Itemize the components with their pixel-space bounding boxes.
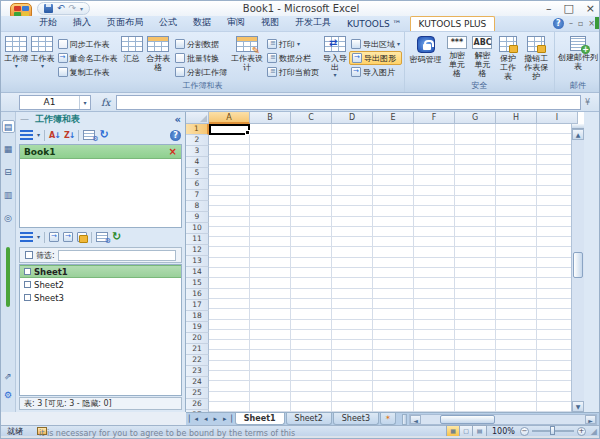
sheet-checkbox[interactable]	[24, 268, 31, 275]
row-header-16[interactable]: 16	[186, 289, 209, 300]
print-button[interactable]: 打印 ▾	[265, 37, 321, 51]
page-layout-view-button[interactable]: ▢	[460, 426, 473, 436]
pane-resizer-handle[interactable]	[6, 247, 10, 307]
filter-checkbox[interactable]	[25, 251, 33, 259]
scroll-left-icon[interactable]: ◄	[410, 415, 421, 424]
row-header-24[interactable]: 24	[186, 377, 209, 388]
menu-icon[interactable]	[20, 130, 33, 140]
column-header-H[interactable]: H	[496, 112, 537, 124]
zoom-in-icon[interactable]: +	[577, 427, 586, 436]
sort-descending-icon[interactable]: Z↓	[64, 131, 75, 140]
tab-split-handle[interactable]	[402, 414, 407, 425]
sync-worksheets-button[interactable]: 同步工作表	[56, 37, 120, 51]
scroll-up-icon[interactable]: ▲	[572, 129, 584, 140]
sheet-tab-sheet3[interactable]: Sheet3	[333, 413, 379, 425]
split-workbook-button[interactable]: 分割工作簿	[173, 65, 229, 79]
sheet-tab-sheet1[interactable]: Sheet1	[235, 413, 285, 425]
name-box[interactable]: A1 ▾	[19, 95, 91, 110]
tab-review[interactable]: 审阅	[219, 14, 253, 31]
normal-view-button[interactable]: ▦	[447, 426, 460, 436]
row-header-2[interactable]: 2	[186, 135, 209, 146]
goto-sheet-icon[interactable]	[63, 232, 73, 242]
last-sheet-icon[interactable]: ▸▕	[220, 415, 235, 423]
formula-input[interactable]	[116, 95, 581, 110]
tab-home[interactable]: 开始	[31, 14, 65, 31]
row-header-20[interactable]: 20	[186, 333, 209, 344]
tab-kutools[interactable]: KUTOOLS ™	[339, 17, 410, 31]
tab-data[interactable]: 数据	[185, 14, 219, 31]
find-pane-tab-icon[interactable]: ◎	[2, 212, 15, 225]
tab-formulas[interactable]: 公式	[151, 14, 185, 31]
zoom-level[interactable]: 100%	[492, 427, 515, 436]
expand-formula-bar-icon[interactable]: ¥	[585, 98, 597, 107]
rename-worksheets-button[interactable]: 重命名工作表	[56, 51, 120, 65]
sheet-list-item-sheet2[interactable]: Sheet2	[20, 278, 181, 291]
sheet-settings-icon[interactable]	[96, 232, 108, 242]
merge-tables-button[interactable]: 合并表格	[144, 34, 174, 79]
refresh-sheets-icon[interactable]: ↻	[112, 232, 121, 242]
select-all-corner[interactable]	[186, 112, 209, 124]
maximize-button[interactable]: □	[563, 2, 573, 15]
row-header-17[interactable]: 17	[186, 300, 209, 311]
row-header-14[interactable]: 14	[186, 267, 209, 278]
decrypt-cells-button[interactable]: ABC 解密单元格	[470, 34, 495, 79]
qat-dropdown-icon[interactable]: ▾	[80, 4, 83, 13]
menu-icon[interactable]	[20, 232, 33, 242]
row-header-13[interactable]: 13	[186, 256, 209, 267]
import-pictures-button[interactable]: 导入图片	[349, 65, 402, 79]
column-header-G[interactable]: G	[455, 112, 496, 124]
sheet-list-item-sheet1[interactable]: Sheet1	[20, 265, 181, 278]
protect-sheet-icon[interactable]	[77, 232, 87, 242]
row-header-22[interactable]: 22	[186, 355, 209, 366]
export-range-button[interactable]: 导出区域 ▾	[349, 37, 402, 51]
password-manager-button[interactable]: 密码管理	[407, 34, 444, 79]
columns-pane-tab-icon[interactable]: ▥	[2, 189, 15, 202]
row-header-9[interactable]: 9	[186, 212, 209, 223]
close-workbook-icon[interactable]: ×	[169, 146, 177, 157]
workbook-list-item[interactable]: Book1 ×	[20, 145, 181, 159]
prev-sheet-icon[interactable]: ◂	[201, 415, 211, 423]
batch-convert-button[interactable]: 批量转换	[173, 51, 229, 65]
horizontal-scroll-thumb[interactable]	[440, 415, 495, 424]
workbook-pane-tab-icon[interactable]: ▤	[2, 120, 15, 133]
worksheet-button[interactable]: 工作表 ▾	[29, 34, 55, 79]
row-header-26[interactable]: 26	[186, 399, 209, 410]
save-icon[interactable]	[44, 4, 53, 13]
print-current-page-button[interactable]: 打印当前页	[265, 65, 321, 79]
zoom-out-icon[interactable]: −	[520, 427, 529, 436]
column-header-B[interactable]: B	[250, 112, 291, 124]
close-button[interactable]: ×	[586, 2, 595, 15]
zoom-slider[interactable]	[532, 430, 574, 432]
row-header-18[interactable]: 18	[186, 311, 209, 322]
refresh-icon[interactable]: ↻	[99, 130, 108, 140]
minimize-button[interactable]: –	[546, 2, 552, 15]
next-sheet-icon[interactable]: ▸	[210, 415, 220, 423]
workbook-close-icon[interactable]: ×	[588, 19, 595, 28]
filter-input[interactable]	[58, 250, 176, 261]
sheet-list-item-sheet3[interactable]: Sheet3	[20, 291, 181, 304]
workbook-button[interactable]: 工作簿 ▾	[3, 34, 29, 79]
data-columns-button[interactable]: 数据分栏	[265, 51, 321, 65]
redo-icon[interactable]: ↷	[69, 4, 77, 13]
row-header-25[interactable]: 25	[186, 388, 209, 399]
column-header-F[interactable]: F	[414, 112, 455, 124]
resize-grip[interactable]: ◢	[591, 427, 597, 436]
insert-worksheet-tab-icon[interactable]: ✶	[380, 413, 396, 425]
collapse-pane-icon[interactable]: «	[175, 114, 181, 125]
horizontal-scrollbar[interactable]: ◄ ►	[409, 414, 597, 425]
column-header-D[interactable]: D	[332, 112, 373, 124]
column-header-A[interactable]: A	[209, 112, 250, 124]
column-header-C[interactable]: C	[291, 112, 332, 124]
row-header-12[interactable]: 12	[186, 245, 209, 256]
printer-pane-tab-icon[interactable]: ⊟	[2, 166, 15, 179]
tab-page-layout[interactable]: 页面布局	[99, 14, 151, 31]
row-header-3[interactable]: 3	[186, 146, 209, 157]
zoom-slider-thumb[interactable]	[550, 426, 555, 435]
combine-button[interactable]: 汇总	[120, 34, 144, 79]
tab-insert[interactable]: 插入	[65, 14, 99, 31]
column-header-E[interactable]: E	[373, 112, 414, 124]
first-sheet-icon[interactable]: ▏◂	[186, 415, 201, 423]
chevron-down-icon[interactable]: ▾	[37, 234, 40, 240]
split-data-button[interactable]: 分割数据	[173, 37, 229, 51]
workbook-restore-icon[interactable]: ▫	[578, 19, 583, 28]
